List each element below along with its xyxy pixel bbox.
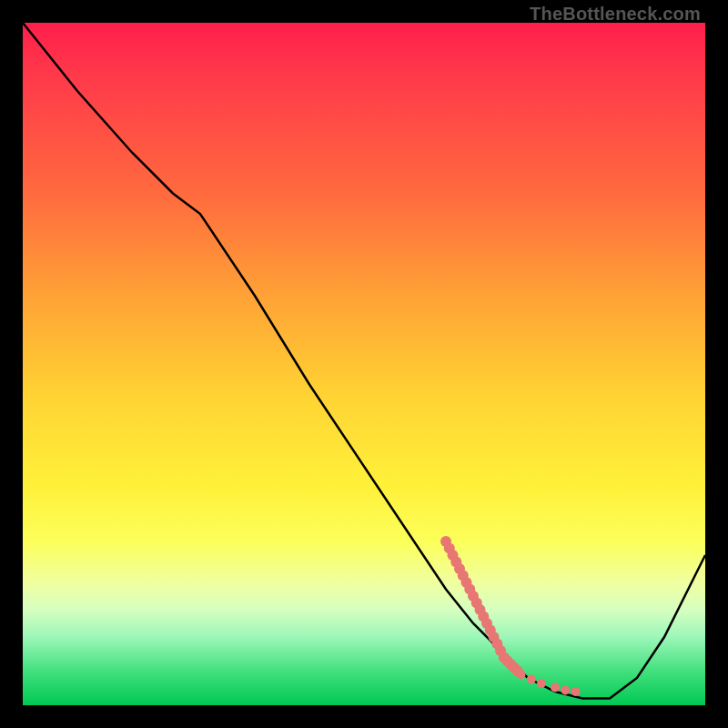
highlight-dot <box>551 683 560 693</box>
highlight-dot <box>561 686 570 695</box>
highlight-dot <box>571 687 581 696</box>
bottleneck-curve <box>23 23 705 699</box>
chart-svg <box>23 23 705 705</box>
highlight-dot <box>537 679 546 688</box>
chart-frame <box>23 23 705 705</box>
highlight-dot <box>527 675 536 684</box>
watermark-text: TheBottleneck.com <box>530 4 701 25</box>
highlight-dot-group <box>440 536 581 696</box>
highlight-dot <box>517 670 526 679</box>
